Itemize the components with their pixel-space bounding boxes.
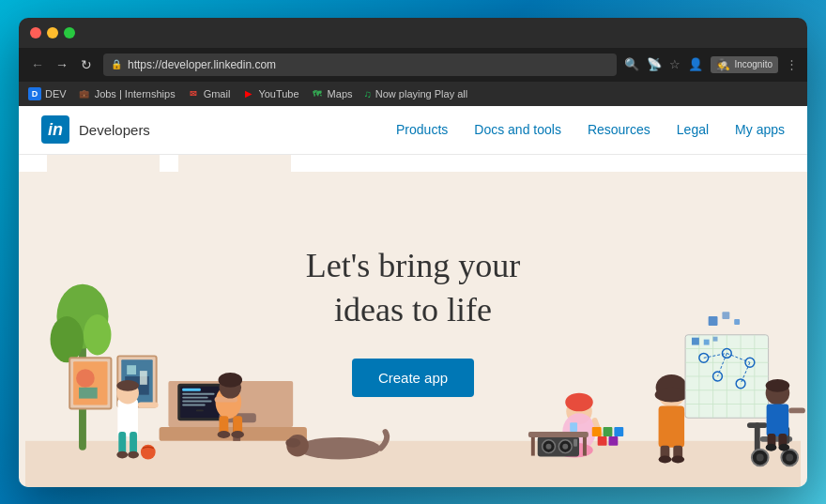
svg-point-58 (546, 443, 552, 449)
svg-point-59 (558, 439, 572, 452)
bookmark-maps[interactable]: 🗺 Maps (311, 87, 353, 100)
svg-rect-64 (583, 436, 587, 455)
bookmark-dev-label: DEV (45, 88, 67, 99)
svg-rect-56 (538, 435, 579, 456)
svg-rect-113 (767, 404, 789, 435)
svg-point-67 (656, 374, 687, 401)
svg-rect-8 (79, 387, 98, 398)
svg-point-118 (778, 443, 789, 451)
svg-rect-50 (591, 417, 604, 437)
svg-rect-25 (233, 422, 240, 441)
svg-point-108 (786, 453, 793, 461)
svg-line-97 (727, 353, 750, 362)
linkedin-logo-text: Developers (79, 122, 150, 138)
svg-rect-5 (69, 358, 111, 408)
svg-rect-1 (79, 321, 86, 451)
zoom-icon[interactable]: 🔍 (624, 57, 639, 71)
forward-button[interactable]: → (53, 57, 71, 72)
svg-rect-109 (760, 435, 792, 441)
hero-section: Let's bring your ideas to life Create ap… (19, 155, 807, 487)
profile-icon[interactable]: 👤 (688, 57, 703, 71)
svg-point-111 (766, 380, 790, 405)
bookmarks-bar: D DEV 💼 Jobs | Internships ✉ Gmail ▶ You… (19, 82, 807, 106)
svg-rect-6 (73, 361, 107, 405)
svg-point-38 (128, 451, 139, 458)
incognito-icon: 🕵 (716, 58, 730, 71)
title-bar (19, 18, 807, 48)
svg-point-30 (231, 431, 244, 438)
svg-point-48 (562, 413, 595, 450)
svg-rect-17 (180, 386, 225, 417)
svg-rect-15 (168, 380, 293, 426)
youtube-icon: ▶ (241, 87, 254, 100)
svg-rect-16 (177, 383, 228, 420)
svg-line-96 (704, 353, 727, 358)
svg-rect-62 (528, 432, 589, 437)
svg-rect-36 (130, 432, 137, 455)
svg-point-112 (766, 378, 790, 391)
cast-icon[interactable]: 📡 (647, 57, 662, 71)
bookmark-jobs[interactable]: 💼 Jobs | Internships (78, 87, 176, 100)
svg-rect-23 (196, 409, 204, 411)
svg-rect-28 (233, 416, 242, 435)
nav-link-resources[interactable]: Resources (588, 122, 650, 137)
back-button[interactable]: ← (28, 57, 47, 72)
svg-point-92 (722, 348, 731, 358)
bookmark-gmail-label: Gmail (204, 88, 231, 99)
svg-point-7 (76, 369, 95, 388)
nav-link-myapps[interactable]: My apps (735, 122, 785, 137)
gmail-icon: ✉ (187, 87, 200, 100)
svg-rect-11 (125, 376, 149, 395)
jobs-icon: 💼 (78, 87, 91, 100)
svg-point-44 (286, 434, 309, 456)
svg-point-43 (298, 436, 381, 459)
white-stripe (19, 155, 807, 172)
nav-link-legal[interactable]: Legal (677, 122, 709, 137)
bookmark-dev[interactable]: D DEV (28, 87, 67, 100)
svg-rect-21 (182, 400, 211, 402)
svg-rect-114 (768, 433, 776, 447)
svg-point-40 (116, 379, 139, 390)
svg-point-57 (543, 439, 556, 452)
svg-rect-55 (592, 427, 602, 436)
svg-rect-69 (659, 405, 685, 447)
svg-rect-78 (721, 377, 735, 391)
svg-point-117 (766, 443, 777, 451)
linkedin-logo[interactable]: in Developers (41, 115, 150, 144)
hero-title: Let's bring your ideas to life (306, 244, 520, 332)
bookmark-gmail[interactable]: ✉ Gmail (187, 87, 231, 100)
nav-link-docs[interactable]: Docs and tools (474, 122, 561, 137)
tab-1 (47, 155, 160, 172)
linkedin-navbar: in Developers Products Docs and tools Re… (19, 106, 807, 155)
close-button[interactable] (30, 27, 41, 38)
svg-rect-27 (220, 416, 229, 435)
svg-rect-120 (722, 312, 729, 319)
svg-point-46 (566, 398, 592, 424)
svg-rect-41 (138, 402, 159, 407)
now-playing[interactable]: ♫ Now playing Play all (364, 88, 468, 99)
svg-rect-61 (574, 438, 577, 446)
tab-2 (178, 155, 291, 172)
svg-rect-52 (608, 435, 618, 445)
svg-point-29 (218, 431, 231, 438)
url-bar[interactable]: 🔒 https://developer.linkedin.com (103, 53, 617, 76)
incognito-badge: 🕵 Incognito (711, 56, 778, 73)
svg-rect-22 (182, 404, 206, 405)
maximize-button[interactable] (64, 27, 75, 38)
bookmark-youtube-label: YouTube (258, 88, 298, 99)
svg-rect-116 (788, 407, 805, 413)
svg-rect-110 (784, 427, 789, 444)
bookmark-youtube[interactable]: ▶ YouTube (241, 87, 298, 100)
menu-icon[interactable]: ⋮ (786, 57, 798, 71)
star-icon[interactable]: ☆ (669, 57, 681, 71)
svg-rect-51 (598, 435, 607, 445)
create-app-button[interactable]: Create app (352, 359, 474, 397)
svg-rect-71 (673, 445, 682, 459)
address-bar: ← → ↻ 🔒 https://developer.linkedin.com 🔍… (19, 48, 807, 82)
minimize-button[interactable] (47, 27, 58, 38)
nav-link-products[interactable]: Products (396, 122, 448, 137)
refresh-button[interactable]: ↻ (77, 57, 96, 72)
svg-rect-20 (182, 396, 208, 398)
svg-rect-65 (570, 422, 577, 432)
svg-rect-101 (704, 339, 710, 344)
